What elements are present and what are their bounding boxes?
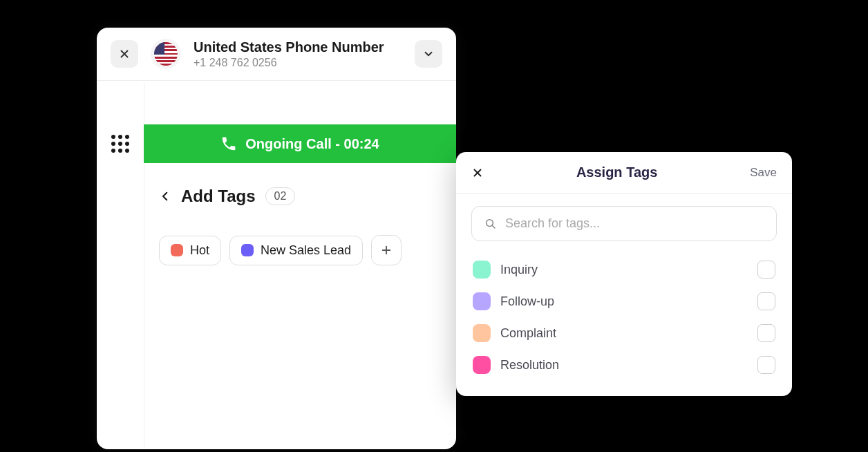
tag-option-label: Inquiry: [500, 263, 748, 277]
chevron-down-icon: [422, 48, 435, 60]
tag-color-dot: [171, 244, 183, 256]
tag-checkbox[interactable]: [757, 261, 775, 279]
plus-icon: [380, 244, 393, 256]
tag-count-badge: 02: [265, 187, 296, 205]
popup-body: Inquiry Follow-up Complaint Resolution: [456, 194, 792, 396]
add-tag-button[interactable]: [371, 235, 402, 265]
tag-option-label: Complaint: [500, 326, 748, 341]
tag-label: Hot: [190, 243, 209, 258]
tag-option-resolution[interactable]: Resolution: [471, 349, 777, 381]
tag-option-label: Follow-up: [500, 294, 748, 309]
panel-header: United States Phone Number +1 248 762 02…: [97, 28, 456, 81]
tag-checkbox[interactable]: [757, 356, 775, 374]
tag-chip-new-sales-lead[interactable]: New Sales Lead: [229, 236, 363, 265]
tag-label: New Sales Lead: [261, 243, 351, 258]
phone-title: United States Phone Number: [194, 39, 402, 55]
phone-info: United States Phone Number +1 248 762 02…: [194, 39, 402, 69]
ongoing-call-banner[interactable]: Ongoing Call - 00:24: [144, 124, 456, 163]
search-icon: [484, 218, 497, 230]
search-box[interactable]: [471, 206, 777, 241]
tag-option-complaint[interactable]: Complaint: [471, 317, 777, 349]
tag-color-swatch: [473, 261, 491, 279]
call-status-text: Ongoing Call - 00:24: [245, 136, 379, 152]
save-button[interactable]: Save: [750, 166, 777, 180]
add-tags-header: Add Tags 02: [159, 187, 295, 206]
assign-tags-popup: Assign Tags Save Inquiry Follow-up Compl…: [456, 152, 792, 396]
phone-number: +1 248 762 0256: [194, 57, 402, 69]
tag-chip-hot[interactable]: Hot: [159, 236, 221, 265]
us-flag-icon: [154, 42, 178, 66]
close-icon: [118, 48, 131, 60]
tag-checkbox[interactable]: [757, 292, 775, 310]
tag-option-follow-up[interactable]: Follow-up: [471, 285, 777, 317]
tag-option-label: Resolution: [500, 358, 748, 373]
dropdown-button[interactable]: [415, 40, 442, 68]
call-panel: United States Phone Number +1 248 762 02…: [97, 28, 456, 449]
close-icon: [471, 167, 484, 179]
back-button[interactable]: [159, 189, 171, 204]
selected-tags-row: Hot New Sales Lead: [159, 235, 402, 265]
apps-grid-button[interactable]: [106, 130, 134, 158]
phone-icon: [220, 135, 237, 152]
tag-color-swatch: [473, 324, 491, 342]
search-input[interactable]: [505, 216, 764, 231]
country-flag: [151, 39, 181, 69]
tag-checkbox[interactable]: [757, 324, 775, 342]
popup-close-button[interactable]: [471, 167, 484, 179]
tag-option-inquiry[interactable]: Inquiry: [471, 254, 777, 285]
chevron-left-icon: [159, 189, 171, 204]
tag-color-dot: [241, 244, 254, 256]
add-tags-title: Add Tags: [181, 187, 256, 206]
popup-title: Assign Tags: [484, 164, 750, 180]
popup-header: Assign Tags Save: [456, 152, 792, 194]
tag-color-swatch: [473, 356, 491, 374]
tag-color-swatch: [473, 292, 491, 310]
close-button[interactable]: [111, 40, 138, 68]
